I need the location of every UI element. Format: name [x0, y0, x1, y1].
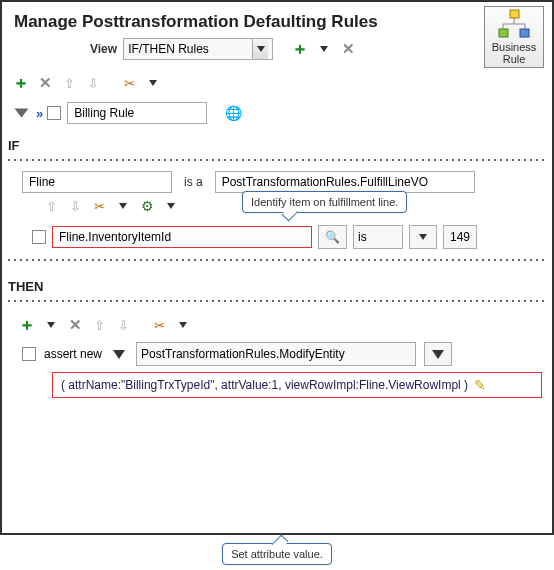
then-add-menu-icon[interactable]	[42, 316, 60, 334]
business-rule-label: Business Rule	[492, 41, 537, 65]
if-attribute-value: Fline.InventoryItemId	[59, 230, 171, 244]
rules-toolbar: ＋ ✕ ⇧ ⇩ ✂	[2, 70, 552, 96]
then-add-icon[interactable]: ＋	[18, 316, 36, 334]
identify-callout: Identify item on fulfillment line.	[242, 191, 407, 213]
if-value: 149	[450, 230, 470, 244]
rule-header: » Billing Rule 🌐	[2, 96, 552, 130]
divider	[8, 259, 546, 261]
then-move-up-icon[interactable]: ⇧	[90, 316, 108, 334]
chevron-down-icon[interactable]	[252, 39, 268, 59]
operator-value: is	[358, 230, 367, 244]
add-rule-icon[interactable]: ＋	[12, 74, 30, 92]
if-subject-input[interactable]: Fline	[22, 171, 172, 193]
then-section-label: THEN	[2, 271, 552, 296]
cond-gear-icon[interactable]: ⚙	[138, 197, 156, 215]
identify-callout-text: Identify item on fulfillment line.	[251, 196, 398, 208]
view-select[interactable]: IF/THEN Rules	[123, 38, 273, 60]
edit-rule-icon[interactable]: 🌐	[225, 105, 242, 121]
if-type-value: PostTransformationRules.FulfillLineVO	[222, 175, 428, 189]
cond-move-up-icon[interactable]: ⇧	[42, 197, 60, 215]
rule-name-value: Billing Rule	[74, 106, 134, 120]
operator-select[interactable]: is	[353, 225, 403, 249]
then-move-down-icon[interactable]: ⇩	[114, 316, 132, 334]
then-cut-menu-icon[interactable]	[174, 316, 192, 334]
business-rule-button[interactable]: Business Rule	[484, 6, 544, 68]
cut-menu-icon[interactable]	[144, 74, 162, 92]
move-up-icon[interactable]: ⇧	[60, 74, 78, 92]
divider	[8, 159, 546, 161]
add-menu-icon[interactable]	[315, 40, 333, 58]
operator-dropdown-icon[interactable]	[409, 225, 437, 249]
then-attr-expression[interactable]: ( attrName:"BillingTrxTypeId", attrValue…	[52, 372, 542, 398]
then-toolbar: ＋ ✕ ⇧ ⇩ ✂	[12, 312, 542, 338]
move-down-icon[interactable]: ⇩	[84, 74, 102, 92]
then-action-menu-icon[interactable]	[110, 345, 128, 363]
hierarchy-icon	[497, 9, 531, 39]
rule-checkbox[interactable]	[47, 106, 61, 120]
then-cut-icon[interactable]: ✂	[150, 316, 168, 334]
then-attr-text: ( attrName:"BillingTrxTypeId", attrValue…	[61, 378, 468, 392]
add-icon[interactable]: ＋	[291, 40, 309, 58]
cond-cut-icon[interactable]: ✂	[90, 197, 108, 215]
cond-move-down-icon[interactable]: ⇩	[66, 197, 84, 215]
then-entity-select[interactable]: PostTransformationRules.ModifyEntity	[136, 342, 416, 366]
rule-name-input[interactable]: Billing Rule	[67, 102, 207, 124]
view-label: View	[90, 42, 117, 56]
if-section-label: IF	[2, 130, 552, 155]
then-entity-value: PostTransformationRules.ModifyEntity	[141, 347, 345, 361]
delete-icon[interactable]: ✕	[339, 40, 357, 58]
then-entity-dropdown-icon[interactable]	[424, 342, 452, 366]
edit-expression-icon[interactable]: ✎	[474, 377, 486, 393]
collapse-icon[interactable]	[12, 104, 30, 122]
if-attribute-input[interactable]: Fline.InventoryItemId	[52, 226, 312, 248]
if-subject-value: Fline	[29, 175, 55, 189]
then-delete-icon[interactable]: ✕	[66, 316, 84, 334]
svg-rect-0	[510, 10, 519, 18]
lookup-icon[interactable]: 🔍	[318, 225, 347, 249]
cond-checkbox[interactable]	[32, 230, 46, 244]
svg-rect-6	[520, 29, 529, 37]
divider	[8, 300, 546, 302]
if-value-box[interactable]: 149	[443, 225, 477, 249]
then-checkbox[interactable]	[22, 347, 36, 361]
page-title: Manage Posttransformation Defaulting Rul…	[10, 6, 378, 34]
expand-all-icon[interactable]: »	[36, 106, 41, 121]
is-a-label: is a	[178, 175, 209, 189]
then-action-label: assert new	[44, 347, 102, 361]
view-select-value: IF/THEN Rules	[128, 42, 248, 56]
if-type-input[interactable]: PostTransformationRules.FulfillLineVO	[215, 171, 475, 193]
cond-cut-menu-icon[interactable]	[114, 197, 132, 215]
set-attr-callout: Set attribute value.	[222, 543, 332, 565]
cond-gear-menu-icon[interactable]	[162, 197, 180, 215]
delete-rule-icon[interactable]: ✕	[36, 74, 54, 92]
cut-icon[interactable]: ✂	[120, 74, 138, 92]
svg-rect-5	[499, 29, 508, 37]
